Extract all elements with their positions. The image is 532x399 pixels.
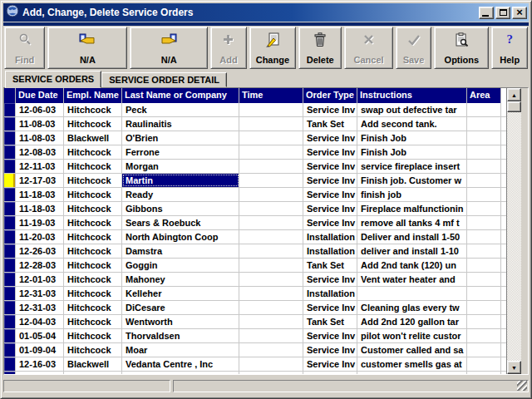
cell-last_name[interactable]: Moar: [122, 343, 239, 357]
cell-time[interactable]: [239, 315, 303, 328]
cell-order_type[interactable]: Tank Set: [303, 259, 357, 272]
delete-button[interactable]: Delete: [298, 27, 342, 69]
row-marker[interactable]: [4, 103, 16, 116]
cell-empl_name[interactable]: [64, 372, 122, 374]
cell-instructions[interactable]: Add second tank.: [357, 117, 467, 131]
scroll-down-button[interactable]: ▼: [507, 361, 521, 374]
cell-time[interactable]: [239, 145, 303, 159]
cell-time[interactable]: [239, 244, 303, 258]
cell-instructions[interactable]: remove all tanks 4 mf t: [357, 216, 467, 229]
row-marker[interactable]: [4, 216, 16, 229]
cell-empl_name[interactable]: Hitchcock: [64, 315, 122, 328]
cell-time[interactable]: [239, 301, 303, 314]
cell-empl_name[interactable]: Hitchcock: [64, 117, 122, 131]
cell-time[interactable]: [239, 329, 303, 342]
cell-area[interactable]: [467, 174, 501, 187]
cell-area[interactable]: [467, 343, 501, 357]
resize-grip[interactable]: [517, 381, 527, 391]
cell-time[interactable]: [239, 259, 303, 272]
row-marker[interactable]: [4, 145, 16, 159]
cell-area[interactable]: [467, 160, 501, 173]
cell-due_date[interactable]: [16, 372, 64, 374]
cell-instructions[interactable]: Finish job. Customer w: [357, 174, 467, 187]
cell-empl_name[interactable]: Hitchcock: [64, 216, 122, 229]
cell-due_date[interactable]: 01-09-04: [16, 343, 64, 357]
cell-last_name[interactable]: Vedanta Centre , Inc: [122, 357, 239, 371]
cell-area[interactable]: [467, 131, 501, 145]
row-marker[interactable]: [4, 357, 16, 371]
next-button[interactable]: N/A: [130, 27, 208, 69]
cell-time[interactable]: [239, 131, 303, 145]
cell-empl_name[interactable]: Blackwell: [64, 357, 122, 371]
minimize-button[interactable]: [479, 7, 494, 19]
cell-time[interactable]: [239, 202, 303, 215]
cell-instructions[interactable]: customer smells gas at: [357, 357, 467, 371]
cell-time[interactable]: [239, 103, 303, 116]
cell-time[interactable]: [239, 230, 303, 244]
cell-area[interactable]: [467, 357, 501, 371]
cell-due_date[interactable]: 11-19-03: [16, 216, 64, 229]
cell-due_date[interactable]: 11-08-03: [16, 131, 64, 145]
cell-order_type[interactable]: Service Inv: [303, 131, 357, 145]
cell-last_name[interactable]: O'Brien: [122, 131, 239, 145]
cell-time[interactable]: [239, 273, 303, 286]
cell-area[interactable]: [467, 287, 501, 300]
cell-order_type[interactable]: Service Inv: [303, 174, 357, 187]
cell-last_name[interactable]: Raulinaitis: [122, 117, 239, 131]
cell-due_date[interactable]: 12-06-03: [16, 103, 64, 116]
cell-order_type[interactable]: Installation: [303, 244, 357, 258]
cell-area[interactable]: [467, 372, 501, 374]
cell-time[interactable]: [239, 117, 303, 131]
cell-time[interactable]: [239, 287, 303, 300]
cell-due_date[interactable]: 11-20-03: [16, 230, 64, 244]
cell-instructions[interactable]: Deliver and install 1-50: [357, 230, 467, 244]
cell-due_date[interactable]: 12-26-03: [16, 244, 64, 258]
cell-due_date[interactable]: 12-08-03: [16, 145, 64, 159]
cell-area[interactable]: [467, 301, 501, 314]
tab-service-order-detail[interactable]: SERVICE ORDER DETAIL: [101, 72, 227, 87]
cell-last_name[interactable]: Thorvaldsen: [122, 329, 239, 342]
row-marker[interactable]: [4, 315, 16, 328]
cell-instructions[interactable]: [357, 372, 467, 374]
cell-order_type[interactable]: Service Inv: [303, 329, 357, 342]
cell-last_name[interactable]: Wentworth: [122, 315, 239, 328]
cell-empl_name[interactable]: Blackwell: [64, 131, 122, 145]
cell-due_date[interactable]: 12-17-03: [16, 174, 64, 187]
row-marker[interactable]: [4, 117, 16, 131]
scrollbar-track[interactable]: [507, 112, 521, 361]
cell-time[interactable]: [239, 160, 303, 173]
cell-empl_name[interactable]: Hitchcock: [64, 145, 122, 159]
cell-empl_name[interactable]: Hitchcock: [64, 301, 122, 314]
cell-last_name[interactable]: North Abington Coop: [122, 230, 239, 244]
cell-due_date[interactable]: 12-31-03: [16, 287, 64, 300]
maximize-button[interactable]: [495, 7, 510, 19]
prev-button[interactable]: N/A: [47, 27, 127, 69]
cell-instructions[interactable]: Finish Job: [357, 131, 467, 145]
cell-last_name[interactable]: Ready: [122, 188, 239, 201]
cell-time[interactable]: [239, 357, 303, 371]
cell-empl_name[interactable]: Hitchcock: [64, 174, 122, 187]
cell-time[interactable]: [239, 188, 303, 201]
row-marker[interactable]: [4, 372, 16, 374]
row-marker[interactable]: [4, 273, 16, 286]
cell-instructions[interactable]: finish job: [357, 188, 467, 201]
cell-empl_name[interactable]: Hitchcock: [64, 343, 122, 357]
cell-due_date[interactable]: 11-18-03: [16, 202, 64, 215]
cell-empl_name[interactable]: Hitchcock: [64, 329, 122, 342]
scrollbar-thumb[interactable]: [507, 101, 521, 112]
cell-instructions[interactable]: Add 2nd 120 gallon tar: [357, 315, 467, 328]
cell-area[interactable]: [467, 244, 501, 258]
cell-last_name[interactable]: Damstra: [122, 244, 239, 258]
cell-last_name[interactable]: Gibbons: [122, 202, 239, 215]
cell-order_type[interactable]: Service Inv: [303, 202, 357, 215]
cell-instructions[interactable]: swap out defective tar: [357, 103, 467, 116]
cell-area[interactable]: [467, 329, 501, 342]
cell-area[interactable]: [467, 202, 501, 215]
cell-last_name[interactable]: Mahoney: [122, 273, 239, 286]
cell-due_date[interactable]: 12-11-03: [16, 160, 64, 173]
selected-row-marker[interactable]: [4, 174, 16, 187]
cell-order_type[interactable]: Service Inv: [303, 145, 357, 159]
cell-time[interactable]: [239, 174, 303, 187]
cell-order_type[interactable]: Service Inv: [303, 188, 357, 201]
cell-due_date[interactable]: 12-16-03: [16, 357, 64, 371]
